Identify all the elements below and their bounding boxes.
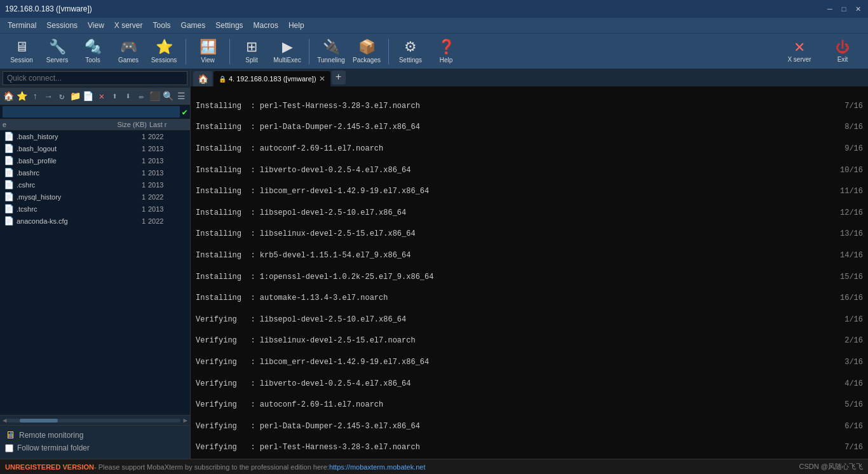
toolbar-servers[interactable]: 🔧 Servers xyxy=(41,36,74,67)
menu-bar: Terminal Sessions View X server Tools Ga… xyxy=(0,18,868,33)
new-file-btn[interactable]: 📄 xyxy=(83,90,95,103)
toolbar-multiexec[interactable]: ▶ MultiExec xyxy=(271,36,304,67)
rename-btn[interactable]: ✏ xyxy=(135,90,147,103)
file-size: 1 xyxy=(101,217,146,225)
toolbar: 🖥 Session 🔧 Servers 🔩 Tools 🎮 Games ⭐ Se… xyxy=(0,33,868,69)
tools-icon: 🔩 xyxy=(85,39,102,55)
tab-active[interactable]: 🔒 4. 192.168.0.183 ([vmware]) ✕ xyxy=(214,71,330,86)
file-icon: 📄 xyxy=(4,132,14,141)
toolbar-games[interactable]: 🎮 Games xyxy=(112,36,145,67)
menu-terminal[interactable]: Terminal xyxy=(3,20,41,31)
file-date: 2013 xyxy=(148,205,186,213)
close-button[interactable]: ✕ xyxy=(853,4,863,14)
file-icon: 📄 xyxy=(4,156,14,165)
help-icon: ❓ xyxy=(438,39,455,55)
toolbar-packages[interactable]: 📦 Packages xyxy=(350,36,383,67)
file-list-header: e Size (KB) Last r xyxy=(0,119,190,130)
refresh-btn[interactable]: ↻ xyxy=(56,90,68,103)
terminal-output[interactable]: Installing : perl-Test-Harness-3.28-3.el… xyxy=(191,86,868,459)
list-item[interactable]: 📄 .tcshrc 1 2013 xyxy=(0,203,190,215)
toolbar-xserver[interactable]: ✕ X server xyxy=(779,36,820,67)
file-size: 1 xyxy=(101,133,146,140)
follow-terminal-checkbox[interactable] xyxy=(5,444,13,452)
sidebar-scrollbar[interactable]: ◀ ▶ xyxy=(0,415,190,425)
toolbar-separator-3 xyxy=(309,39,309,64)
file-icon: 📄 xyxy=(4,144,14,153)
toolbar-session[interactable]: 🖥 Session xyxy=(5,36,38,67)
list-item[interactable]: 📄 .bashrc 1 2013 xyxy=(0,166,190,179)
toolbar-split[interactable]: ⊞ Split xyxy=(235,36,268,67)
quick-connect xyxy=(0,69,190,88)
file-date: 2022 xyxy=(148,217,186,225)
menu-macros[interactable]: Macros xyxy=(248,20,283,31)
toolbar-exit[interactable]: ⏻ Exit xyxy=(822,36,863,67)
toolbar-tools[interactable]: 🔩 Tools xyxy=(76,36,109,67)
toolbar-help[interactable]: ❓ Help xyxy=(430,36,463,67)
scroll-track[interactable] xyxy=(7,419,181,423)
file-size: 1 xyxy=(101,145,146,152)
menu-settings[interactable]: Settings xyxy=(210,20,248,31)
toolbar-tunneling[interactable]: 🔌 Tunneling xyxy=(315,36,348,67)
list-item[interactable]: 📄 .bash_profile 1 2013 xyxy=(0,154,190,166)
toolbar-settings[interactable]: ⚙ Settings xyxy=(394,36,427,67)
up-btn[interactable]: ↑ xyxy=(29,90,41,103)
status-link[interactable]: https://mobaxterm.mobatek.net xyxy=(329,463,426,471)
scroll-right-btn[interactable]: ▶ xyxy=(183,416,187,424)
forward-btn[interactable]: → xyxy=(43,90,55,103)
menu-sessions[interactable]: Sessions xyxy=(41,20,83,31)
file-size: 1 xyxy=(101,169,146,177)
term-line: Installing : autoconf-2.69-11.el7.noarch… xyxy=(196,144,863,154)
remote-monitoring-label: Remote monitoring xyxy=(19,431,83,440)
status-right: CSDN @风随心飞飞 xyxy=(799,462,863,471)
scroll-left-btn[interactable]: ◀ xyxy=(3,416,7,424)
menu-xserver[interactable]: X server xyxy=(109,20,148,31)
file-size: 1 xyxy=(101,157,146,165)
favorite-btn[interactable]: ⭐ xyxy=(16,90,28,103)
tab-close-btn[interactable]: ✕ xyxy=(319,74,325,83)
file-name: .bash_logout xyxy=(17,145,101,152)
file-date: 2013 xyxy=(148,157,186,165)
sessions-icon: ⭐ xyxy=(156,39,173,55)
monitor-icon: 🖥 xyxy=(5,430,15,441)
maximize-button[interactable]: □ xyxy=(839,4,849,14)
file-date: 2013 xyxy=(148,181,186,189)
toolbar-sessions[interactable]: ⭐ Sessions xyxy=(147,36,180,67)
upload-btn[interactable]: ⬆ xyxy=(109,90,121,103)
terminal-btn[interactable]: ⬛ xyxy=(149,90,161,103)
search-btn[interactable]: 🔍 xyxy=(162,90,174,103)
term-line: Installing : automake-1.13.4-3.el7.noarc… xyxy=(196,293,863,304)
list-item[interactable]: 📄 .mysql_history 1 2022 xyxy=(0,191,190,203)
file-size: 1 xyxy=(101,181,146,189)
term-line: Verifying : libselinux-devel-2.5-15.el7.… xyxy=(196,335,863,346)
toolbar-separator-1 xyxy=(186,39,186,64)
list-item[interactable]: 📄 .cshrc 1 2013 xyxy=(0,179,190,191)
menu-tools[interactable]: Tools xyxy=(148,20,176,31)
new-folder-btn[interactable]: 📁 xyxy=(69,90,81,103)
term-line: Installing : 1:openssl-devel-1.0.2k-25.e… xyxy=(196,272,863,283)
home-folder-btn[interactable]: 🏠 xyxy=(3,90,15,103)
toolbar-view[interactable]: 🪟 View xyxy=(191,36,224,67)
window-controls: ─ □ ✕ xyxy=(825,4,863,14)
minimize-button[interactable]: ─ xyxy=(825,4,835,14)
term-line: Installing : libselinux-devel-2.5-15.el7… xyxy=(196,229,863,240)
tab-new-btn[interactable]: + xyxy=(332,71,346,85)
download-btn[interactable]: ⬇ xyxy=(122,90,134,103)
list-item[interactable]: 📄 .bash_history 1 2022 xyxy=(0,130,190,142)
packages-icon: 📦 xyxy=(358,39,376,55)
menu-games[interactable]: Games xyxy=(176,20,211,31)
scroll-thumb[interactable] xyxy=(20,419,58,423)
tab-home[interactable]: 🏠 xyxy=(193,71,212,86)
file-name: .bash_history xyxy=(17,133,101,140)
col-date-header: Last r xyxy=(149,121,187,128)
file-icon: 📄 xyxy=(4,168,14,177)
menu-help[interactable]: Help xyxy=(283,20,309,31)
menu-view[interactable]: View xyxy=(83,20,109,31)
delete-btn[interactable]: ✕ xyxy=(95,90,107,103)
list-item[interactable]: 📄 anaconda-ks.cfg 1 2022 xyxy=(0,215,190,227)
list-item[interactable]: 📄 .bash_logout 1 2013 xyxy=(0,142,190,154)
view-toggle-btn[interactable]: ☰ xyxy=(175,90,187,103)
file-icon: 📄 xyxy=(4,180,14,189)
quick-connect-input[interactable] xyxy=(3,71,187,85)
unregistered-label: UNREGISTERED VERSION xyxy=(5,463,94,471)
path-input[interactable]: /root/ xyxy=(3,106,180,118)
